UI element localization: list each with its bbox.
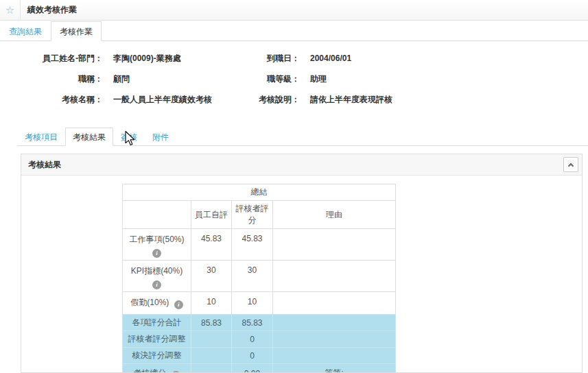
row-label-cell: 工作事項(50%) i — [123, 229, 191, 261]
job-title-label: 職稱： — [27, 69, 103, 89]
table-group-header-row: 總結 — [123, 184, 396, 201]
star-icon: ☆ — [5, 5, 14, 15]
panel-title: 考核結果 — [28, 159, 61, 171]
row-label-cell: 各項評分合計 — [123, 315, 191, 331]
job-title-value: 顧問 — [113, 69, 231, 89]
table-row-approval-adjustment: 核決評分調整 0 — [123, 348, 396, 364]
tab-appraisal-items[interactable]: 考核項目 — [17, 128, 65, 146]
panel-body: 總結 員工自評 評核者評分 理由 工作事項(50%) i 45.83 45.83 — [21, 176, 582, 373]
grade-label: 職等級： — [242, 69, 300, 89]
info-icon[interactable]: i — [172, 371, 180, 373]
panel-header: 考核結果 — [21, 154, 582, 176]
table-row-attendance: 假勤(10%) i 10 10 — [123, 292, 396, 315]
reason-cell — [273, 229, 396, 261]
chevron-up-icon — [568, 163, 574, 168]
row-label: 假勤(10%) — [130, 298, 169, 307]
tab-appraisal-result[interactable]: 考核結果 — [65, 128, 113, 146]
col-blank — [123, 201, 191, 229]
table-row-total-scores: 各項評分合計 85.83 85.83 — [123, 315, 396, 331]
self-score-cell — [191, 364, 232, 373]
row-label-cell: 假勤(10%) i — [123, 292, 191, 315]
table-row-reviewer-adjustment: 評核者評分調整 0 — [123, 331, 396, 348]
appraisal-name-value: 一般人員上半年度績效考核 — [113, 89, 231, 110]
row-label-cell: 評核者評分調整 — [123, 331, 191, 348]
col-reviewer-score: 評核者評分 — [232, 201, 273, 229]
name-dept-value: 李陶(0009)-業務處 — [113, 48, 231, 69]
table-column-header-row: 員工自評 評核者評分 理由 — [123, 201, 396, 229]
reviewer-score-cell: 10 — [232, 292, 273, 315]
tab-attachments[interactable]: 附件 — [145, 128, 176, 146]
row-label-cell: 考核總分 i — [123, 364, 191, 373]
favorite-button[interactable]: ☆ — [0, 0, 21, 21]
tab-appraisal-operation[interactable]: 考核作業 — [51, 21, 102, 41]
appraisal-name-label: 考核名稱： — [27, 89, 103, 110]
reason-cell — [273, 261, 396, 292]
self-score-cell — [191, 331, 232, 348]
appraisal-desc-label: 考核說明： — [242, 89, 300, 110]
reason-cell — [273, 348, 396, 364]
self-score-cell: 85.83 — [191, 315, 232, 331]
row-label: KPI指標(40%) — [131, 266, 183, 276]
tab-query-result[interactable]: 查詢結果 — [0, 21, 51, 41]
reason-cell — [273, 315, 396, 331]
grade-value: 助理 — [310, 69, 588, 89]
self-score-cell: 10 — [191, 292, 232, 315]
title-bar: ☆ 績效考核作業 — [0, 0, 588, 21]
self-score-cell — [191, 348, 232, 364]
self-score-cell: 30 — [191, 261, 232, 292]
info-icon[interactable]: i — [152, 249, 161, 258]
reviewer-score-cell: 0 — [232, 348, 273, 364]
employee-info: 員工姓名-部門： 李陶(0009)-業務處 到職日： 2004/06/01 職稱… — [0, 48, 588, 110]
table-row-work-items: 工作事項(50%) i 45.83 45.83 — [123, 229, 396, 261]
row-label-cell: 核決評分調整 — [123, 348, 191, 364]
row-label: 考核總分 — [133, 368, 166, 373]
appraisal-result-panel: 考核結果 總結 員工自評 評核者評分 理由 工作事 — [21, 154, 583, 373]
collapse-panel-button[interactable] — [563, 157, 578, 172]
info-icon[interactable]: i — [152, 280, 161, 289]
reviewer-score-cell: 0 — [232, 331, 273, 348]
primary-tab-strip: 查詢結果 考核作業 — [0, 21, 588, 41]
reviewer-score-cell: 30 — [232, 261, 273, 292]
reason-cell — [273, 292, 396, 315]
row-label-cell: KPI指標(40%) i — [123, 261, 191, 292]
tab-sign-off[interactable]: 簽核 — [113, 128, 145, 146]
reason-cell: 等第: — [273, 364, 396, 373]
name-dept-label: 員工姓名-部門： — [27, 48, 103, 69]
group-header: 總結 — [123, 184, 396, 201]
hire-date-label: 到職日： — [242, 48, 300, 69]
hire-date-value: 2004/06/01 — [310, 48, 588, 69]
table-row-final-score: 考核總分 i 0.00 等第: — [123, 364, 396, 373]
col-self-score: 員工自評 — [191, 201, 232, 229]
summary-table: 總結 員工自評 評核者評分 理由 工作事項(50%) i 45.83 45.83 — [122, 184, 396, 373]
reviewer-score-cell: 85.83 — [232, 315, 273, 331]
page-title: 績效考核作業 — [27, 4, 77, 16]
table-row-kpi: KPI指標(40%) i 30 30 — [123, 261, 396, 292]
row-label: 工作事項(50%) — [129, 234, 184, 244]
reviewer-score-cell: 0.00 — [232, 364, 273, 373]
secondary-tab-strip: 考核項目 考核結果 簽核 附件 — [17, 127, 588, 146]
self-score-cell: 45.83 — [191, 229, 232, 261]
appraisal-desc-value: 請依上半年度表現評核 — [310, 89, 588, 110]
col-reason: 理由 — [273, 201, 396, 229]
reason-cell — [273, 331, 396, 348]
info-icon[interactable]: i — [174, 300, 183, 309]
reviewer-score-cell: 45.83 — [232, 229, 273, 261]
